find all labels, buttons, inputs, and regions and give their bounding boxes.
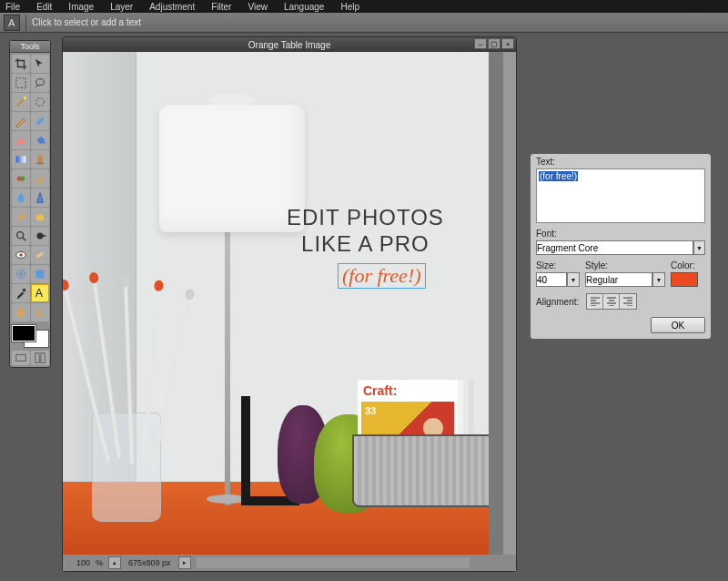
svg-rect-24 bbox=[16, 355, 26, 362]
sharpen-tool[interactable] bbox=[31, 189, 49, 207]
close-button[interactable]: × bbox=[501, 38, 514, 49]
palette-button-right[interactable] bbox=[31, 351, 49, 365]
svg-point-14 bbox=[37, 233, 44, 240]
document-canvas[interactable]: Craft: 33 EDIT PHOTOSLIKE A PRO (for fre… bbox=[63, 52, 501, 555]
zoom-value[interactable]: 100 bbox=[63, 558, 92, 567]
svg-point-6 bbox=[43, 141, 46, 144]
align-center-button[interactable] bbox=[603, 294, 620, 309]
crop-tool[interactable] bbox=[12, 55, 30, 73]
color-label: Color: bbox=[671, 260, 698, 270]
svg-rect-7 bbox=[16, 157, 26, 163]
style-dropdown-icon[interactable]: ▼ bbox=[652, 272, 665, 287]
marquee-tool[interactable] bbox=[12, 74, 30, 92]
bucket-tool[interactable] bbox=[31, 131, 49, 149]
tools-palette: Tools A bbox=[9, 40, 51, 368]
document-window: Orange Table Image – ▢ × Craft: 33 bbox=[62, 36, 517, 572]
svg-point-2 bbox=[36, 79, 45, 86]
svg-point-11 bbox=[20, 176, 25, 180]
text-properties-panel: Text: (for free!) Font: ▼ Size: ▼ Style:… bbox=[530, 153, 712, 340]
svg-rect-21 bbox=[36, 270, 45, 279]
move-tool[interactable] bbox=[31, 55, 49, 73]
separator bbox=[25, 15, 26, 31]
vertical-scrollbar[interactable] bbox=[503, 52, 516, 555]
svg-rect-9 bbox=[37, 163, 44, 165]
eyedropper-tool[interactable] bbox=[12, 284, 30, 302]
wand-tool[interactable] bbox=[12, 93, 30, 111]
info-stepper[interactable]: ▸ bbox=[178, 556, 191, 569]
clone-tool[interactable] bbox=[31, 150, 49, 168]
svg-point-19 bbox=[17, 270, 25, 279]
svg-text:A: A bbox=[35, 287, 44, 300]
minimize-button[interactable]: – bbox=[474, 38, 487, 49]
palette-button-left[interactable] bbox=[12, 351, 30, 365]
menu-adjustment[interactable]: Adjustment bbox=[149, 2, 195, 12]
alignment-buttons bbox=[586, 293, 637, 310]
overlay-heading[interactable]: EDIT PHOTOSLIKE A PRO bbox=[287, 205, 444, 258]
shape-tool[interactable] bbox=[31, 265, 49, 283]
gradient-tool[interactable] bbox=[12, 150, 30, 168]
text-tool-indicator-icon: A bbox=[4, 15, 20, 31]
font-dropdown-icon[interactable]: ▼ bbox=[693, 240, 705, 255]
magazine-title: Craft: bbox=[358, 380, 458, 402]
svg-point-12 bbox=[36, 214, 45, 220]
tool-options-bar: A Click to select or add a text bbox=[0, 13, 728, 33]
size-dropdown-icon[interactable]: ▼ bbox=[567, 272, 580, 287]
svg-rect-26 bbox=[41, 353, 45, 363]
svg-point-4 bbox=[36, 98, 45, 107]
options-prompt: Click to select or add a text bbox=[32, 17, 141, 27]
text-tool[interactable]: A bbox=[31, 284, 49, 302]
zoom-unit: % bbox=[92, 558, 106, 567]
pencil-tool[interactable] bbox=[12, 112, 30, 130]
zoom-stepper[interactable]: ▴ bbox=[108, 556, 121, 569]
document-titlebar[interactable]: Orange Table Image – ▢ × bbox=[63, 37, 516, 52]
menu-view[interactable]: View bbox=[248, 2, 268, 12]
svg-point-20 bbox=[19, 272, 23, 276]
text-input[interactable]: (for free!) bbox=[536, 168, 705, 223]
menu-edit[interactable]: Edit bbox=[36, 2, 52, 12]
menu-help[interactable]: Help bbox=[340, 2, 359, 12]
sponge-tool[interactable] bbox=[31, 208, 49, 226]
menu-layer[interactable]: Layer bbox=[110, 2, 133, 12]
hand-tool[interactable] bbox=[12, 303, 30, 321]
align-left-button[interactable] bbox=[587, 294, 603, 309]
menu-image[interactable]: Image bbox=[68, 2, 94, 12]
svg-point-17 bbox=[19, 253, 23, 257]
maximize-button[interactable]: ▢ bbox=[488, 38, 500, 49]
dodge-tool[interactable] bbox=[31, 227, 49, 245]
rotate-tool[interactable] bbox=[31, 303, 49, 321]
horizontal-scrollbar[interactable] bbox=[197, 557, 470, 568]
style-select[interactable] bbox=[585, 272, 652, 287]
zoom-tool[interactable] bbox=[12, 227, 30, 245]
magazine-number: 33 bbox=[365, 405, 376, 416]
warp-tool[interactable] bbox=[12, 265, 30, 283]
menu-bar: File Edit Image Layer Adjustment Filter … bbox=[0, 0, 728, 13]
menu-file[interactable]: File bbox=[5, 2, 20, 12]
brush-select-tool[interactable] bbox=[31, 93, 49, 111]
svg-text:A: A bbox=[8, 17, 15, 28]
smudge-tool[interactable] bbox=[12, 208, 30, 226]
color-replace-tool[interactable] bbox=[12, 169, 30, 188]
draw-tool[interactable] bbox=[31, 169, 49, 188]
size-input[interactable] bbox=[536, 272, 567, 287]
color-swatch[interactable] bbox=[671, 272, 698, 287]
blur-tool[interactable] bbox=[12, 189, 30, 207]
lasso-tool[interactable] bbox=[31, 74, 49, 92]
align-right-button[interactable] bbox=[620, 294, 636, 309]
svg-point-22 bbox=[23, 289, 26, 292]
brush-tool[interactable] bbox=[31, 112, 49, 130]
svg-point-3 bbox=[24, 97, 27, 100]
heal-tool[interactable] bbox=[31, 246, 49, 264]
size-label: Size: bbox=[536, 260, 580, 270]
color-swatches[interactable] bbox=[12, 325, 48, 347]
foreground-swatch[interactable] bbox=[12, 325, 35, 341]
photo-content: Craft: 33 EDIT PHOTOSLIKE A PRO (for fre… bbox=[63, 52, 489, 555]
eraser-tool[interactable] bbox=[12, 131, 30, 149]
redeye-tool[interactable] bbox=[12, 246, 30, 264]
ok-button[interactable]: OK bbox=[651, 317, 705, 333]
svg-point-13 bbox=[17, 232, 24, 239]
svg-rect-5 bbox=[16, 138, 25, 146]
menu-filter[interactable]: Filter bbox=[211, 2, 231, 12]
menu-language[interactable]: Language bbox=[284, 2, 325, 12]
font-select[interactable] bbox=[536, 240, 693, 255]
overlay-subtext-selected[interactable]: (for free!) bbox=[338, 263, 426, 289]
